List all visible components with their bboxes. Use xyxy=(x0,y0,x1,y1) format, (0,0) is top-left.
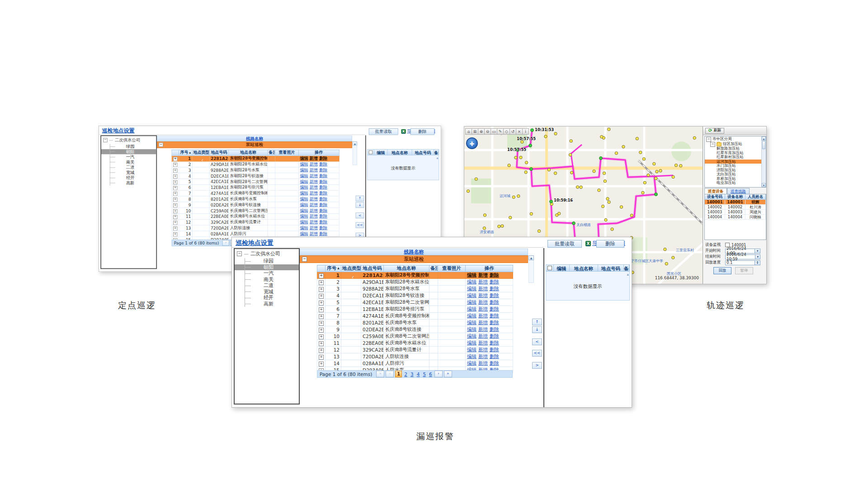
tree-item-district[interactable]: 一汽 xyxy=(235,270,299,277)
page-link[interactable]: 6 xyxy=(429,371,432,377)
device-row[interactable]: 140003140003周建兴 xyxy=(705,210,766,215)
patrol-point-marker[interactable] xyxy=(598,189,600,192)
collapse-icon[interactable]: − xyxy=(706,137,711,142)
tree-scrollbar[interactable]: ▲ ▼ xyxy=(761,136,766,187)
delete-link[interactable]: 删除 xyxy=(319,202,327,207)
add-link[interactable]: 新增 xyxy=(310,220,318,224)
playback-button[interactable]: 回放 xyxy=(713,267,731,274)
expand-row-icon[interactable]: + xyxy=(173,163,177,167)
edit-link[interactable]: 编辑 xyxy=(467,313,476,318)
patrol-point-marker[interactable] xyxy=(483,214,486,216)
tree-item-district[interactable]: 南关 xyxy=(101,160,156,165)
patrol-point-marker[interactable] xyxy=(642,158,645,160)
select-all-checkbox[interactable] xyxy=(369,150,373,155)
edit-link[interactable]: 编辑 xyxy=(467,353,476,359)
add-link[interactable]: 新增 xyxy=(310,185,318,189)
expand-row-icon[interactable]: + xyxy=(319,273,324,278)
delete-link[interactable]: 删除 xyxy=(490,299,499,305)
add-link[interactable]: 新增 xyxy=(478,313,488,318)
history-icon[interactable]: ↺ xyxy=(509,128,516,135)
table-row[interactable]: +10C259A0E1长庆南8号二次管网压力编辑新增删除 xyxy=(317,333,513,340)
patrol-point-marker[interactable] xyxy=(509,216,512,219)
patrol-point-marker[interactable] xyxy=(606,197,609,200)
tree-root-company[interactable]: − — 二次供水公司 xyxy=(101,136,156,144)
patrol-point-marker[interactable] xyxy=(656,170,658,173)
add-link[interactable]: 新增 xyxy=(478,272,488,277)
page-next-button[interactable]: › xyxy=(434,371,443,377)
table-row[interactable]: +13720DA2E1人防软连接编辑新增删除 xyxy=(172,225,339,231)
add-link[interactable]: 新增 xyxy=(310,231,318,235)
scroll-up-icon[interactable]: ▲ xyxy=(528,255,534,260)
pan-icon[interactable]: ⌂ xyxy=(465,128,472,135)
edit-link[interactable]: 编辑 xyxy=(467,347,476,352)
table-row[interactable]: +1122BEA0E1长庆南8号水箱水位编辑新增删除 xyxy=(172,214,339,220)
expand-row-icon[interactable]: + xyxy=(173,221,177,225)
table-row[interactable]: +88201A2E1长庆南8号水泵编辑新增删除 xyxy=(317,320,513,326)
route-name-banner[interactable]: 线路名称 xyxy=(157,136,352,141)
tree-item-district[interactable]: 高新 xyxy=(101,180,156,186)
patrol-point-marker[interactable] xyxy=(569,153,571,156)
col-name[interactable]: 地点名称 xyxy=(384,265,429,272)
tree-item-district[interactable]: 朝阳 xyxy=(235,264,299,271)
select-all-checkbox[interactable] xyxy=(547,266,552,270)
add-link[interactable]: 新增 xyxy=(310,191,318,195)
add-one-button[interactable]: > xyxy=(532,362,542,369)
table-row[interactable]: +12281A2E1东朝阳28号变频控制柜编辑新增删除 xyxy=(317,272,513,279)
track-point-marker[interactable] xyxy=(529,144,532,147)
expand-row-icon[interactable]: + xyxy=(319,341,324,346)
remove-all-button[interactable]: << xyxy=(356,222,364,228)
tree-item-district[interactable]: 高新 xyxy=(235,301,299,307)
remove-all-button[interactable]: << xyxy=(532,350,542,357)
group-banner[interactable]: − 泵站巡检 xyxy=(157,141,352,148)
select-icon[interactable]: ⊞ xyxy=(472,128,478,135)
delete-link[interactable]: 删除 xyxy=(490,306,499,311)
add-link[interactable]: 新增 xyxy=(478,340,488,345)
add-link[interactable]: 新增 xyxy=(310,173,318,178)
patrol-point-marker[interactable] xyxy=(655,177,657,180)
table-row[interactable]: +10C259A0E1长庆南8号二次管网压力编辑新增删除 xyxy=(172,208,339,214)
refresh-button[interactable]: ⟳ 刷新 xyxy=(705,128,724,134)
expand-row-icon[interactable]: + xyxy=(173,180,177,184)
patrol-point-marker[interactable] xyxy=(665,262,668,265)
tree-item-district[interactable]: 宽城 xyxy=(101,170,156,175)
track-point-marker[interactable] xyxy=(572,222,576,225)
patrol-point-marker[interactable] xyxy=(693,136,696,139)
table-row[interactable]: +902DEA2E1长庆南8号软连接编辑新增删除 xyxy=(172,202,339,208)
delete-link[interactable]: 删除 xyxy=(319,214,327,218)
delete-link[interactable]: 删除 xyxy=(319,208,327,212)
delete-link[interactable]: 删除 xyxy=(319,185,327,189)
page-link[interactable]: 4 xyxy=(417,371,420,377)
expand-row-icon[interactable]: + xyxy=(319,294,324,299)
expand-row-icon[interactable]: + xyxy=(173,192,177,196)
add-link[interactable]: 新增 xyxy=(478,347,488,352)
expand-row-icon[interactable]: + xyxy=(173,232,177,236)
edit-link[interactable]: 编辑 xyxy=(300,156,308,160)
group-banner[interactable]: − 泵站巡检 xyxy=(300,255,528,263)
move-down-button[interactable]: ↓ xyxy=(532,326,542,333)
patrol-point-marker[interactable] xyxy=(604,180,606,183)
col-id[interactable]: 地点号码 xyxy=(361,265,384,272)
patrol-point-marker[interactable] xyxy=(524,171,527,174)
add-link[interactable]: 新增 xyxy=(310,179,318,183)
delete-link[interactable]: 删除 xyxy=(490,326,499,332)
table-row[interactable]: +542ECA1E1东朝阳28号二次管网压力编辑新增删除 xyxy=(317,299,513,306)
patrol-point-marker[interactable] xyxy=(647,174,650,177)
edit-link[interactable]: 编辑 xyxy=(300,202,308,207)
edit-link[interactable]: 编辑 xyxy=(467,279,476,284)
add-link[interactable]: 新增 xyxy=(478,326,488,332)
table-row[interactable]: +612EBA1E1东朝阳28号排污泵编辑新增删除 xyxy=(172,184,339,190)
patrol-point-marker[interactable] xyxy=(653,162,656,165)
expand-row-icon[interactable]: + xyxy=(319,287,324,292)
patrol-point-marker[interactable] xyxy=(467,190,469,193)
delete-link[interactable]: 删除 xyxy=(490,353,499,359)
patrol-point-marker[interactable] xyxy=(672,256,675,259)
patrol-point-marker[interactable] xyxy=(544,135,547,138)
scroll-down-icon[interactable]: ▼ xyxy=(762,183,766,187)
col-no[interactable]: 序号▲ xyxy=(179,150,192,155)
track-point-marker[interactable] xyxy=(550,200,553,203)
expand-row-icon[interactable]: + xyxy=(173,197,177,202)
edit-link[interactable]: 编辑 xyxy=(467,333,476,339)
edit-link[interactable]: 编辑 xyxy=(467,292,476,298)
patrol-point-marker[interactable] xyxy=(620,206,623,208)
table-row[interactable]: +74274A1E1长庆南8号变频控制柜编辑新增删除 xyxy=(317,313,513,320)
